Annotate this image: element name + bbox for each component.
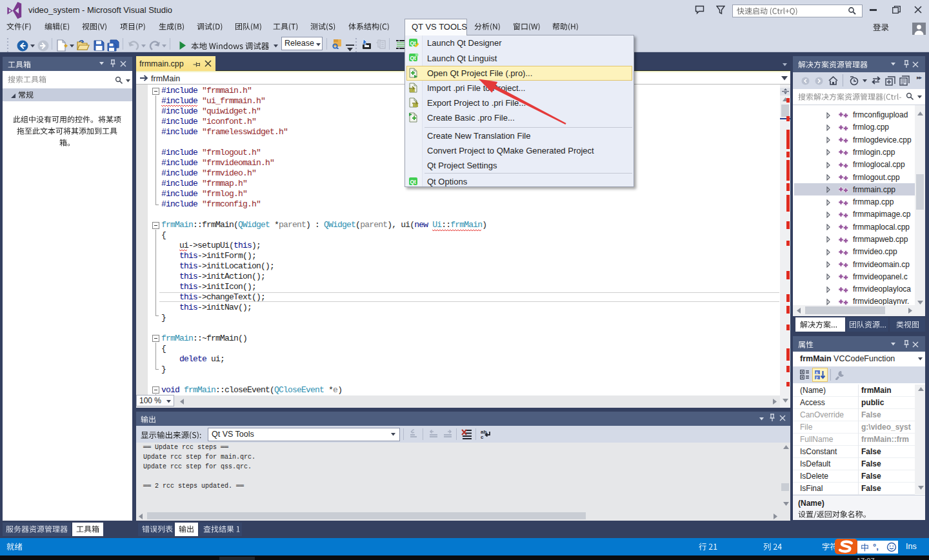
svg-text:Qt: Qt [410,55,417,61]
svg-text:Z: Z [815,376,818,380]
svg-text:Qt: Qt [410,178,417,185]
svg-text:A: A [815,371,819,375]
svg-text:Qt: Qt [410,40,417,46]
svg-text:c: c [481,434,484,439]
